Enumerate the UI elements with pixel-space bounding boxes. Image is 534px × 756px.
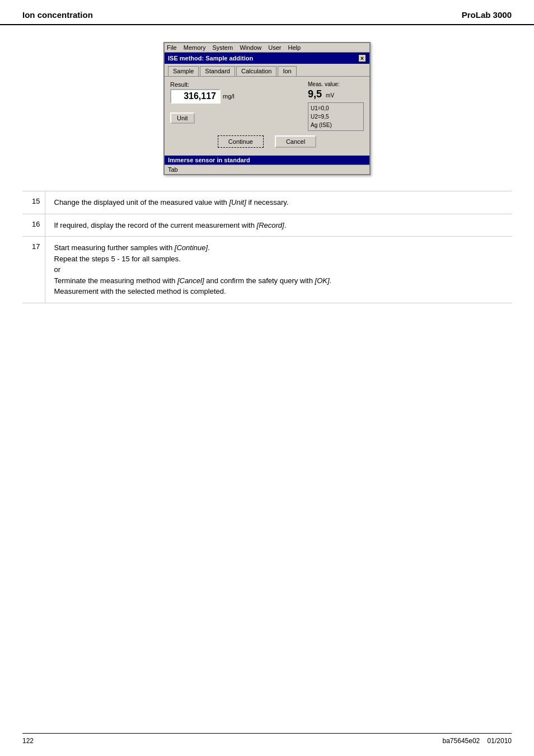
tab-ion[interactable]: Ion	[278, 66, 296, 76]
meas-value: 9,5	[308, 88, 322, 100]
footer-doc-id: ba75645e02	[443, 737, 480, 745]
step-content-17: Start measuring further samples with [Co…	[45, 237, 512, 303]
menu-file[interactable]: File	[167, 44, 177, 51]
page-header: Ion concentration ProLab 3000	[0, 0, 534, 25]
menu-window[interactable]: Window	[240, 44, 261, 51]
meas-info-line-1: U1=0,0	[311, 104, 361, 112]
menu-memory[interactable]: Memory	[184, 44, 206, 51]
tab-calculation[interactable]: Calculation	[236, 66, 277, 76]
menu-system[interactable]: System	[212, 44, 233, 51]
step-num-15: 15	[22, 191, 45, 214]
footer-date: 01/2010	[488, 737, 512, 745]
tab-sample[interactable]: Sample	[168, 66, 199, 76]
steps-table: 15 Change the displayed unit of the meas…	[22, 191, 512, 303]
result-unit: mg/l	[223, 93, 235, 100]
tab-standard[interactable]: Standard	[200, 66, 235, 76]
win-buttons: Continue Cancel	[170, 131, 364, 151]
menu-user[interactable]: User	[268, 44, 281, 51]
win-statusbar-bottom: Tab	[165, 165, 369, 174]
meas-section: Meas. value: 9,5 mV U1=0,0 U2=9,5 Ag (IS…	[308, 81, 364, 131]
win-dialog: File Memory System Window User Help ISE …	[163, 42, 371, 175]
step-num-17: 17	[22, 237, 45, 303]
step-content-15: Change the displayed unit of the measure…	[45, 191, 512, 214]
result-label: Result:	[170, 81, 302, 88]
unit-button[interactable]: Unit	[170, 112, 195, 124]
page-number: 122	[22, 737, 34, 745]
main-content: File Memory System Window User Help ISE …	[0, 42, 534, 303]
meas-info: U1=0,0 U2=9,5 Ag (ISE)	[308, 102, 364, 131]
result-section: Result: 316,117 mg/l Unit Meas. value:	[170, 81, 364, 131]
win-tabbar: Sample Standard Calculation Ion	[165, 64, 369, 77]
page-footer: 122 ba75645e02 01/2010	[22, 733, 512, 745]
step-num-16: 16	[22, 214, 45, 237]
step-content-16: If required, display the record of the c…	[45, 214, 512, 237]
cancel-button[interactable]: Cancel	[275, 135, 316, 148]
continue-button[interactable]: Continue	[218, 135, 264, 148]
close-button[interactable]: ×	[358, 54, 366, 62]
meas-value-row: 9,5 mV	[308, 88, 364, 100]
header-right: ProLab 3000	[462, 10, 512, 20]
result-number: 316,117	[170, 89, 221, 104]
result-left: Result: 316,117 mg/l Unit	[170, 81, 302, 124]
footer-doc-date: ba75645e02 01/2010	[443, 737, 512, 745]
win-titlebar: ISE method: Sample addition ×	[165, 53, 369, 64]
step-row-15: 15 Change the displayed unit of the meas…	[22, 191, 512, 214]
win-body: Result: 316,117 mg/l Unit Meas. value:	[165, 77, 369, 156]
meas-info-line-3: Ag (ISE)	[311, 121, 361, 129]
step-row-16: 16 If required, display the record of th…	[22, 214, 512, 237]
menu-help[interactable]: Help	[288, 44, 301, 51]
header-left: Ion concentration	[22, 10, 93, 20]
meas-info-line-2: U2=9,5	[311, 112, 361, 121]
step-row-17: 17 Start measuring further samples with …	[22, 237, 512, 303]
win-statusbar: Immerse sensor in standard	[165, 156, 369, 165]
meas-label: Meas. value:	[308, 81, 364, 87]
win-menubar: File Memory System Window User Help	[165, 43, 369, 53]
meas-unit: mV	[326, 92, 334, 98]
result-value-box: 316,117 mg/l	[170, 89, 302, 104]
screenshot-container: File Memory System Window User Help ISE …	[22, 42, 512, 175]
dialog-title: ISE method: Sample addition	[168, 55, 253, 62]
